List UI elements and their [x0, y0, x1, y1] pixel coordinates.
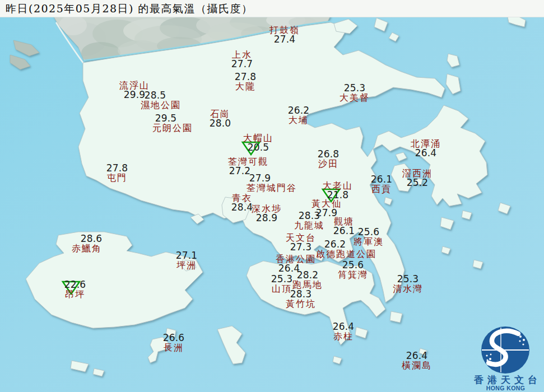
station-name: 九龍城 — [294, 221, 324, 230]
station-label: 上水27.7 — [231, 50, 253, 69]
station-name: 坪洲 — [176, 260, 198, 270]
station-label: 27.8屯門 — [106, 164, 128, 183]
station-value: 25.3 — [340, 83, 370, 93]
station-name: 大隴 — [235, 82, 257, 91]
station-label: 28.3九龍城 — [294, 211, 324, 230]
station-label: 深水埗28.9 — [252, 204, 282, 223]
station-label: 29.5元朗公園 — [152, 114, 193, 133]
station-name: 清水灣 — [393, 284, 423, 293]
station-value: 25.6 — [354, 227, 384, 237]
station-value: 28.6 — [76, 234, 106, 244]
station-value: 27.8 — [235, 72, 257, 82]
station-value: 26.4 — [411, 148, 441, 158]
station-label: 大帽山20.5 — [243, 133, 273, 152]
station-value: 25.6 — [338, 260, 368, 270]
station-name: 啟德跑道公園 — [316, 249, 376, 259]
station-value: 28.4 — [231, 203, 253, 212]
station-value: 28.3 — [286, 290, 316, 299]
station-label: 26.6長洲 — [163, 333, 185, 352]
station-value: 26.1 — [371, 175, 393, 184]
station-name: 荃灣城門谷 — [247, 183, 297, 193]
station-value: 28.0 — [210, 119, 231, 128]
station-value: 25.2 — [402, 178, 433, 188]
station-value: 27.9 — [235, 174, 285, 183]
station-name: 大美督 — [340, 93, 370, 102]
station-name: 沙田 — [318, 159, 340, 169]
station-value: 28.9 — [252, 213, 282, 223]
station-value: 27.7 — [231, 59, 253, 69]
station-value: 27.1 — [176, 251, 198, 260]
page-title: 昨日(2025年05月28日) 的最高氣溫（攝氏度） — [0, 0, 544, 16]
station-value: 29.5 — [146, 114, 186, 123]
station-label: 青衣28.4 — [231, 193, 253, 212]
logo-name-chinese: 香港天文台 — [466, 375, 544, 385]
station-value: 26.6 — [163, 333, 185, 343]
station-value: 27.4 — [269, 35, 300, 44]
station-label: 滘西洲25.2 — [402, 169, 433, 188]
station-value: 25.3 — [271, 274, 293, 284]
station-name: 濕地公園 — [141, 100, 181, 110]
station-name: 筲箕灣 — [338, 270, 368, 279]
station-label: 28.2跑馬地 — [292, 270, 323, 290]
station-value: 26.4 — [333, 322, 355, 332]
station-label: 26.4赤柱 — [333, 322, 355, 341]
station-label: 26.2啟德跑道公園 — [316, 240, 376, 259]
station-label: 觀塘26.1 — [333, 217, 355, 236]
station-value: 26.8 — [318, 150, 340, 159]
station-value: 26.1 — [333, 226, 355, 236]
station-value: 26.2 — [305, 240, 365, 249]
station-name: 赤鱲角 — [72, 244, 102, 253]
station-label: 25.3清水灣 — [393, 274, 423, 293]
station-name: 昂坪 — [64, 290, 86, 299]
station-label: 26.4橫瀾島 — [402, 351, 432, 370]
station-name: 長洲 — [163, 343, 185, 352]
station-name: 屯門 — [106, 173, 128, 183]
station-value: 26.2 — [288, 106, 310, 115]
station-name: 橫瀾島 — [402, 361, 432, 370]
logo-name-english: HONG KONG OBSERVATORY — [466, 385, 544, 392]
station-label: 27.9荃灣城門谷 — [247, 174, 297, 193]
station-value: 25.3 — [393, 274, 423, 284]
station-value: 28.3 — [294, 211, 324, 221]
station-label: 27.8大隴 — [235, 72, 257, 91]
station-name: 西貢 — [371, 184, 393, 194]
station-name: 黃竹坑 — [286, 299, 316, 309]
station-value: 27.8 — [106, 164, 128, 173]
hko-logo: 香港天文台 HONG KONG OBSERVATORY — [466, 323, 544, 392]
station-value: 28.2 — [292, 270, 323, 280]
station-label: 22.6昂坪 — [64, 280, 86, 299]
station-label: 26.1西貢 — [371, 175, 393, 194]
weather-map-screen: 打鼓嶺27.4上水27.727.8大隴流浮山29.928.5濕地公園25.3大美… — [0, 0, 544, 392]
station-value: 20.5 — [243, 143, 273, 152]
station-value: 22.6 — [64, 280, 86, 290]
station-label: 26.2大埔 — [288, 106, 310, 125]
station-name: 大埔 — [288, 115, 310, 125]
station-label: 27.1坪洲 — [176, 251, 198, 270]
station-value: 26.4 — [402, 351, 432, 361]
station-label: 28.3黃竹坑 — [286, 290, 316, 309]
station-label: 北潭涌26.4 — [411, 139, 441, 158]
station-label: 打鼓嶺27.4 — [269, 25, 300, 44]
station-label: 石崗28.0 — [210, 109, 231, 128]
station-label: 26.8沙田 — [318, 150, 340, 169]
station-labels-layer: 打鼓嶺27.4上水27.727.8大隴流浮山29.928.5濕地公園25.3大美… — [0, 0, 544, 392]
station-label: 25.6筲箕灣 — [338, 260, 368, 279]
station-name: 赤柱 — [333, 332, 355, 341]
station-label: 25.3大美督 — [340, 83, 370, 102]
station-label: 28.5濕地公園 — [141, 91, 181, 110]
hko-logo-icon — [466, 323, 544, 375]
title-bar: 昨日(2025年05月28日) 的最高氣溫（攝氏度） — [0, 0, 544, 17]
station-label: 大老山21.8 — [323, 181, 353, 200]
station-name: 元朗公園 — [152, 123, 193, 133]
station-value: 28.5 — [135, 91, 175, 100]
station-label: 28.6赤鱲角 — [72, 234, 102, 253]
